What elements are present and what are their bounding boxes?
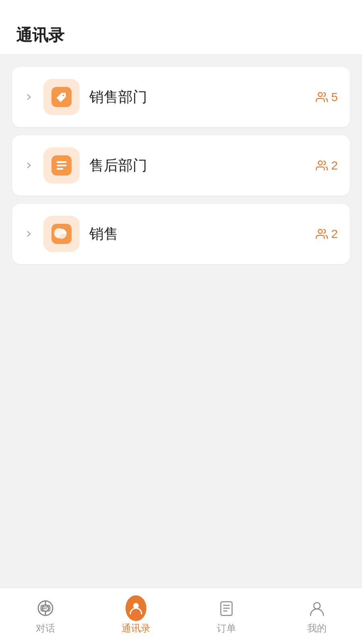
dept-name-sales2: 销售: [89, 224, 306, 244]
nav-item-contacts[interactable]: 通讯录: [90, 598, 181, 635]
svg-point-22: [314, 603, 320, 609]
svg-rect-5: [57, 168, 64, 169]
dept-icon-tag: [43, 79, 80, 115]
dialog-icon: [35, 598, 56, 619]
member-count-aftersales: 2: [316, 159, 338, 172]
chevron-right-icon: [24, 92, 34, 102]
count-label-sales: 5: [331, 90, 338, 104]
dept-card-sales[interactable]: 销售部门 5: [12, 67, 350, 127]
contacts-icon: [125, 598, 146, 619]
nav-label-dialog: 对话: [36, 622, 55, 635]
nav-label-contacts: 通讯录: [121, 622, 150, 635]
mine-icon: [306, 598, 327, 619]
chevron-right-icon-2: [24, 161, 34, 170]
svg-rect-4: [57, 165, 67, 166]
nav-item-mine[interactable]: 我的: [272, 598, 362, 635]
page-title: 通讯录: [16, 24, 346, 46]
dept-icon-list: [43, 147, 80, 184]
chevron-right-icon-3: [24, 229, 34, 239]
orders-icon: [216, 598, 237, 619]
dept-name-sales: 销售部门: [89, 87, 306, 107]
count-label-aftersales: 2: [331, 159, 338, 172]
member-count-sales2: 2: [316, 227, 338, 241]
svg-point-1: [319, 93, 323, 97]
count-label-sales2: 2: [331, 227, 338, 241]
dept-icon-chart: [43, 216, 80, 252]
dept-card-aftersales[interactable]: 售后部门 2: [12, 135, 350, 196]
svg-point-9: [319, 229, 323, 233]
svg-rect-3: [57, 161, 67, 163]
page-header: 通讯录: [0, 0, 362, 55]
nav-item-orders[interactable]: 订单: [181, 598, 272, 635]
department-list: 销售部门 5 售后部门: [0, 55, 362, 276]
dept-card-sales2[interactable]: 销售 2: [12, 204, 350, 264]
nav-label-mine: 我的: [307, 622, 327, 635]
nav-label-orders: 订单: [217, 622, 236, 635]
bottom-navigation: 对话 通讯录 订单: [0, 588, 362, 644]
svg-point-6: [319, 161, 323, 165]
dept-name-aftersales: 售后部门: [89, 156, 306, 175]
nav-item-dialog[interactable]: 对话: [0, 598, 90, 635]
member-count-sales: 5: [316, 90, 338, 104]
